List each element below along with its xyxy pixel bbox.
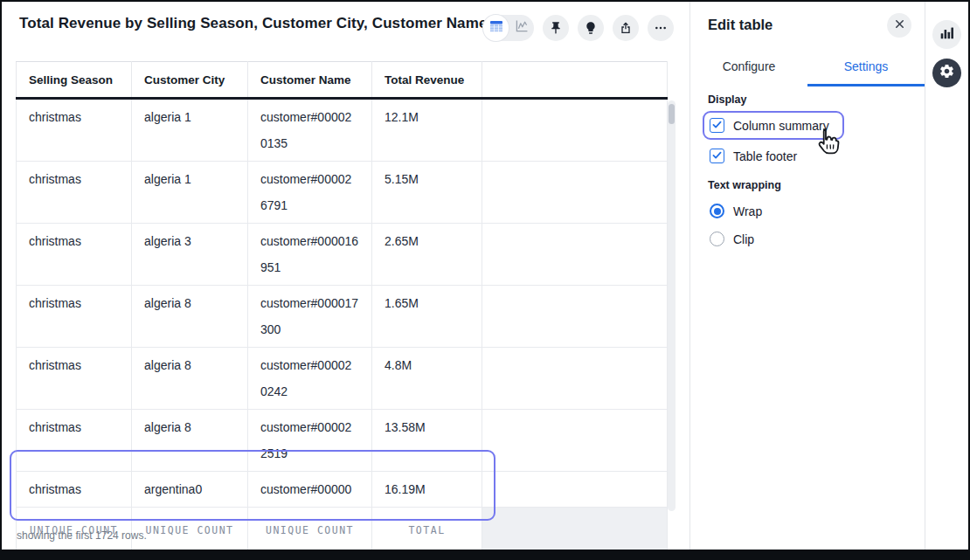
element-properties-button[interactable] — [932, 20, 961, 49]
chart-view-button[interactable] — [509, 15, 534, 41]
tab-settings[interactable]: Settings — [807, 52, 925, 86]
chart-view-icon — [515, 19, 529, 37]
cell-empty[interactable] — [482, 224, 668, 286]
panel-title: Edit table — [708, 17, 773, 33]
column-header-empty[interactable] — [482, 62, 668, 99]
cell-season[interactable]: christmas — [17, 99, 132, 162]
pin-icon — [549, 21, 563, 35]
column-header-customer-city[interactable]: Customer City — [132, 62, 248, 99]
app-window: Total Revenue by Selling Season, Custome… — [2, 2, 968, 550]
cell-revenue[interactable]: 1.65M — [372, 286, 482, 348]
cell-revenue[interactable]: 13.58M — [372, 410, 482, 472]
cell-season[interactable]: christmas — [17, 472, 132, 508]
cell-empty[interactable] — [482, 286, 668, 348]
clip-option[interactable]: Clip — [710, 232, 754, 246]
display-section-heading: Display — [708, 93, 746, 106]
column-header-selling-season[interactable]: Selling Season — [17, 62, 132, 99]
table-scrollbar[interactable] — [668, 100, 676, 511]
gear-icon — [939, 63, 955, 83]
cell-empty[interactable] — [482, 99, 668, 162]
table-row: christmas algeria 3 customer#000016 951 … — [17, 224, 668, 286]
settings-button[interactable] — [932, 59, 961, 87]
cell-city[interactable]: algeria 1 — [132, 162, 248, 224]
cell-revenue[interactable]: 12.1M — [372, 99, 482, 162]
cell-revenue[interactable]: 16.19M — [372, 472, 482, 508]
wrap-option[interactable]: Wrap — [710, 204, 762, 218]
table-scrollbar-thumb[interactable] — [669, 104, 675, 124]
cell-season[interactable]: christmas — [17, 410, 132, 472]
cell-city[interactable]: algeria 3 — [132, 224, 248, 286]
check-icon — [711, 118, 723, 134]
table-view-icon — [489, 19, 503, 37]
cell-empty[interactable] — [482, 162, 668, 224]
row-count-footnote: showing the first 1724 rows. — [17, 529, 147, 542]
cell-city[interactable]: algeria 8 — [132, 286, 248, 348]
close-panel-button[interactable] — [887, 13, 911, 38]
cell-customer[interactable]: customer#00002 2519 — [248, 410, 372, 472]
cell-customer[interactable]: customer#00002 0135 — [248, 99, 372, 162]
cell-revenue[interactable]: 4.8M — [372, 348, 482, 410]
column-summary-label: Column summary — [733, 119, 829, 133]
cell-customer[interactable]: customer#00000 — [248, 472, 372, 508]
more-icon — [654, 21, 668, 35]
share-button[interactable] — [613, 15, 639, 41]
table-row: christmas algeria 1 customer#00002 6791 … — [17, 162, 668, 224]
summary-value: 1.18K — [248, 543, 371, 550]
pin-button[interactable] — [543, 15, 569, 41]
check-icon — [711, 149, 723, 164]
table-header-row: Selling Season Customer City Customer Na… — [17, 62, 668, 99]
clip-radio[interactable] — [710, 232, 724, 246]
cell-empty[interactable] — [482, 348, 668, 410]
bar-chart-icon — [939, 25, 954, 44]
summary-aggregate-label: UNIQUE COUNT — [248, 508, 371, 543]
table-footer-label: Table footer — [733, 149, 797, 163]
cell-city[interactable]: algeria 1 — [132, 99, 248, 162]
summary-cell-empty[interactable] — [482, 508, 668, 550]
summary-value: 248 — [132, 543, 247, 550]
table-row: christmas algeria 1 customer#00002 0135 … — [17, 99, 668, 162]
cell-city[interactable]: algeria 8 — [132, 348, 248, 410]
element-toolbar — [483, 15, 674, 41]
cell-customer[interactable]: customer#00002 0242 — [248, 348, 372, 410]
tab-configure[interactable]: Configure — [690, 52, 807, 86]
summary-value: 5 — [17, 543, 131, 550]
cell-city[interactable]: argentina0 — [132, 472, 248, 508]
column-header-customer-name[interactable]: Customer Name — [248, 62, 372, 99]
summary-cell[interactable]: UNIQUE COUNT 5 — [17, 508, 131, 550]
table-row: christmas algeria 8 customer#00002 2519 … — [17, 410, 668, 472]
panel-tabs: Configure Settings — [690, 52, 925, 86]
cell-season[interactable]: christmas — [17, 162, 132, 224]
summary-cell[interactable]: UNIQUE COUNT 248 — [132, 508, 247, 550]
cell-city[interactable]: algeria 8 — [132, 410, 248, 472]
cell-season[interactable]: christmas — [17, 286, 132, 348]
cell-revenue[interactable]: 5.15M — [372, 162, 482, 224]
lightbulb-icon — [584, 21, 598, 35]
more-button[interactable] — [648, 15, 674, 41]
cell-customer[interactable]: customer#000016 951 — [248, 224, 372, 286]
cell-season[interactable]: christmas — [17, 224, 132, 286]
page-title: Total Revenue by Selling Season, Custome… — [19, 15, 487, 32]
wrap-label: Wrap — [733, 204, 762, 218]
explore-button[interactable] — [578, 15, 604, 41]
summary-aggregate-label: TOTAL — [372, 508, 482, 543]
close-icon — [894, 17, 905, 33]
table-footer-option[interactable]: Table footer — [710, 149, 797, 163]
cell-customer[interactable]: customer#000017 300 — [248, 286, 372, 348]
summary-cell[interactable]: UNIQUE COUNT 1.18K — [248, 508, 371, 550]
wrap-radio[interactable] — [710, 204, 724, 218]
cell-season[interactable]: christmas — [17, 348, 132, 410]
cell-customer[interactable]: customer#00002 6791 — [248, 162, 372, 224]
cell-empty[interactable] — [482, 472, 668, 508]
summary-aggregate-label: UNIQUE COUNT — [132, 508, 247, 543]
table-row: christmas algeria 8 customer#000017 300 … — [17, 286, 668, 348]
cell-revenue[interactable]: 2.65M — [372, 224, 482, 286]
table-row: christmas argentina0 customer#00000 16.1… — [17, 472, 668, 508]
table-footer-checkbox[interactable] — [710, 149, 724, 163]
table-view-button[interactable] — [483, 15, 509, 41]
worksheet-area: Total Revenue by Selling Season, Custome… — [2, 2, 690, 550]
cell-empty[interactable] — [482, 410, 668, 472]
column-summary-checkbox[interactable] — [710, 118, 724, 133]
column-header-total-revenue[interactable]: Total Revenue — [372, 62, 482, 99]
column-summary-option[interactable]: Column summary — [710, 118, 829, 133]
summary-cell[interactable]: TOTAL 18.05B — [372, 508, 482, 550]
